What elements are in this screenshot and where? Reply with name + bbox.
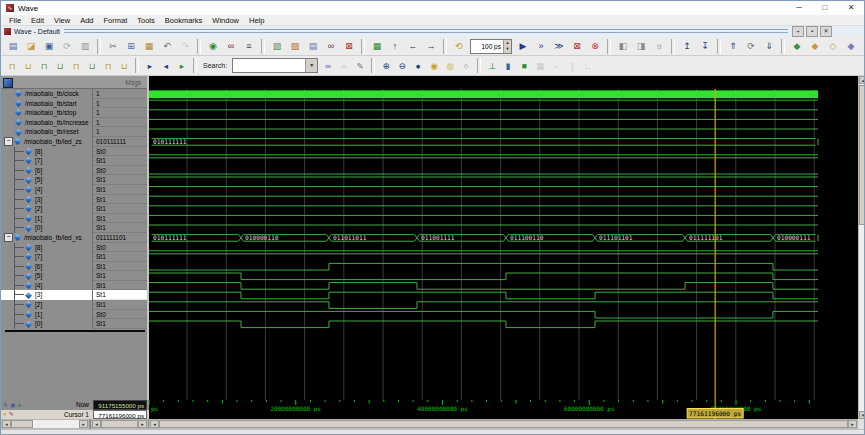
row-led_xs-bit-5[interactable]: [5]St1 (1, 271, 147, 281)
menu-format[interactable]: Format (99, 16, 133, 25)
menu-window[interactable]: Window (207, 16, 244, 25)
layout-right-icon[interactable]: ◨ (632, 38, 650, 55)
mirror-wave-icon[interactable]: ⊔ (52, 58, 68, 74)
spin-down-icon[interactable]: ▼ (503, 46, 511, 53)
show-columns-icon[interactable]: ≡ (240, 38, 258, 55)
stop-sim-icon[interactable]: ⊗ (586, 38, 604, 55)
add-group-icon[interactable]: ▦ (368, 38, 386, 55)
edge-style-icon[interactable]: ⌐ (548, 58, 564, 74)
row-led_zs-bit-4[interactable]: [4]St1 (1, 185, 147, 195)
menu-add[interactable]: Add (75, 16, 98, 25)
lock-cursor-icon[interactable]: ● (3, 410, 7, 418)
step-style-icon[interactable]: ∟ (580, 58, 596, 74)
search-prev-icon[interactable]: ∞ (336, 58, 352, 74)
row-start[interactable]: /miaobaio_tb/start1 (1, 99, 147, 109)
pane-close-button[interactable]: ✕ (820, 26, 832, 37)
run-all-icon[interactable]: ≫ (550, 38, 568, 55)
row-led_xs-bit-7[interactable]: [7]St1 (1, 252, 147, 262)
row-increase[interactable]: /miaobaio_tb/increase1 (1, 118, 147, 128)
scroll-thumb[interactable] (101, 420, 138, 428)
next-transition-icon[interactable]: ↧ (696, 38, 714, 55)
cursor-row[interactable]: ● ✎ Cursor 1 77161196000 ps (1, 410, 149, 420)
run-option-icon-1[interactable]: ◆ (788, 38, 806, 55)
slope-style-icon[interactable]: ∫ (564, 58, 580, 74)
scroll-right-icon[interactable]: ▸ (138, 420, 147, 428)
row-led_xs-bit-0[interactable]: [0]St1 (1, 319, 147, 329)
run-icon[interactable]: ▶ (514, 38, 532, 55)
run-option-icon-2[interactable]: ◆ (806, 38, 824, 55)
move-up-icon[interactable]: ↑ (386, 38, 404, 55)
simulate-icon[interactable]: ▨ (286, 38, 304, 55)
find-icon[interactable]: ∞ (222, 38, 240, 55)
scroll-down-icon[interactable]: ▾ (859, 411, 865, 419)
row-led_zs-bit-6[interactable]: [6]St0 (1, 166, 147, 176)
row-reset[interactable]: /miaobaio_tb/reset1 (1, 127, 147, 137)
row-led_zs-bit-3[interactable]: [3]St1 (1, 195, 147, 205)
waveform-canvas[interactable]: 0101111110101111110100001100110110110110… (149, 76, 858, 400)
row-led_zs-bit-7[interactable]: [7]St1 (1, 156, 147, 166)
search-next-icon[interactable]: ∞ (320, 58, 336, 74)
insert-pulse-icon[interactable]: ⊓ (4, 58, 20, 74)
zoom-cursor-icon[interactable]: ◉ (426, 58, 442, 74)
menu-bookmarks[interactable]: Bookmarks (160, 16, 208, 25)
expanded-time-delta-icon[interactable]: ▮ (500, 58, 516, 74)
collapse-time-icon[interactable]: ▸ (142, 58, 158, 74)
search-options-icon[interactable]: ✎ (352, 58, 368, 74)
delete-edge-icon[interactable]: ⊔ (20, 58, 36, 74)
examine-icon[interactable]: ∞ (322, 38, 340, 55)
menu-tools[interactable]: Tools (132, 16, 160, 25)
menu-file[interactable]: File (4, 16, 26, 25)
row-led_xs-bit-3[interactable]: [3]St1 (1, 290, 147, 300)
undo-icon[interactable]: ↶ (158, 38, 176, 55)
row-stop[interactable]: /miaobaio_tb/stop1 (1, 108, 147, 118)
menu-edit[interactable]: Edit (26, 16, 49, 25)
row-led_zs-bit-1[interactable]: [1]St1 (1, 214, 147, 224)
time-step-input[interactable] (471, 40, 503, 53)
break-icon[interactable]: ▤ (304, 38, 322, 55)
collapse-icon[interactable]: − (4, 137, 13, 146)
redo-icon[interactable]: ↷ (176, 38, 194, 55)
move-edge-icon[interactable]: ⊔ (84, 58, 100, 74)
values-hscrollbar[interactable]: ◂ ▸ (91, 419, 148, 429)
forward-icon[interactable]: → (422, 38, 440, 55)
collapse-icon[interactable]: − (4, 233, 13, 242)
wave-hscrollbar[interactable]: ◂ ▸ (149, 419, 858, 429)
paste-icon[interactable]: ▦ (140, 38, 158, 55)
row-led_xs-bit-2[interactable]: [2]St1 (1, 300, 147, 310)
restart-icon[interactable]: ⟲ (450, 38, 468, 55)
scroll-up-icon[interactable]: ▴ (859, 76, 865, 84)
menu-view[interactable]: View (49, 16, 75, 25)
combo-dropdown-icon[interactable]: ▼ (305, 59, 317, 72)
reload-icon[interactable]: ⟳ (58, 38, 76, 55)
open-file-icon[interactable]: ◪ (22, 38, 40, 55)
change-value-icon[interactable]: ⊔ (116, 58, 132, 74)
row-led_xs-bit-8[interactable]: [8]St0 (1, 243, 147, 253)
row-led_xs-bit-1[interactable]: [1]St0 (1, 310, 147, 320)
run-option-icon-3[interactable]: ◇ (824, 38, 842, 55)
print-icon[interactable]: ▥ (76, 38, 94, 55)
pane-add-button[interactable]: + (792, 26, 804, 37)
new-file-icon[interactable]: ▤ (4, 38, 22, 55)
chip-icon[interactable]: ▣ (10, 401, 16, 409)
row-led_zs-bit-5[interactable]: [5]St1 (1, 175, 147, 185)
zoom-full-icon[interactable]: ● (410, 58, 426, 74)
break-sim-icon[interactable]: ⊠ (568, 38, 586, 55)
cut-icon[interactable]: ✂ (104, 38, 122, 55)
settings-icon[interactable]: ☼ (650, 38, 668, 55)
run-option-icon-5[interactable]: ◆ (860, 38, 865, 55)
row-led_xs-bit-6[interactable]: [6]St1 (1, 262, 147, 272)
add-cursor-icon[interactable]: ● (18, 401, 22, 409)
run-option-icon-4[interactable]: ◆ (842, 38, 860, 55)
continue-run-icon[interactable]: » (532, 38, 550, 55)
scroll-thumb[interactable] (159, 420, 848, 428)
copy-icon[interactable]: ⊞ (122, 38, 140, 55)
row-led_zs-bit-2[interactable]: [2]St1 (1, 204, 147, 214)
expanded-time-event-icon[interactable]: ■ (516, 58, 532, 74)
pencil-icon[interactable]: ✎ (3, 401, 8, 409)
row-led_zs-bit-8[interactable]: [8]St0 (1, 147, 147, 157)
first-page-icon[interactable]: ⇑ (724, 38, 742, 55)
previous-transition-icon[interactable]: ↥ (678, 38, 696, 55)
edit-cursor-icon[interactable]: ✎ (9, 410, 14, 418)
compile-icon[interactable]: ▧ (268, 38, 286, 55)
expanded-time-grid-icon[interactable]: ▦ (532, 58, 548, 74)
